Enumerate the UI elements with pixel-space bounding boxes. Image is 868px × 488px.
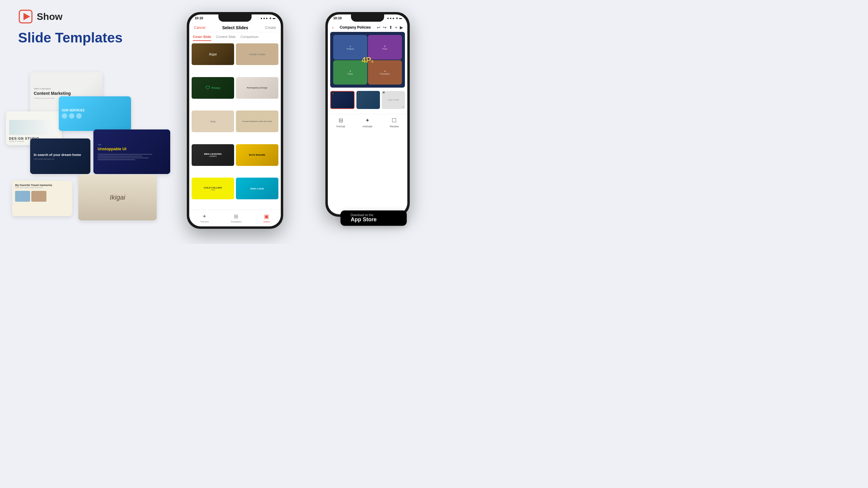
app-store-text: Download on the App Store xyxy=(351,214,377,223)
tool-format-label: Format xyxy=(337,125,345,128)
card-unstoppable-ui[interactable]: The Unstoppable UI xyxy=(93,129,170,174)
thumb-num-2: 2 xyxy=(357,92,360,94)
phone1-bottom-nav: ✦ Themes ⊞ Templates ▣ Slides xyxy=(189,209,281,226)
slide-thumb-participatory[interactable]: Participatory Design xyxy=(236,77,278,99)
signal-icon: ▲▲▲ xyxy=(260,17,268,20)
share-icon[interactable]: ⬆ xyxy=(389,25,393,30)
create-button[interactable]: Create xyxy=(265,26,276,30)
phone-shell-2: 10:10 ▲▲▲ ◈ ▬ ‹ Company Policies ↩ ↪ ⬆ +… xyxy=(326,12,410,217)
card-ikigai-title: Ikigai xyxy=(110,194,125,201)
phone1-slide-grid: Ikigai A study in scarlet 🛡 Privacy Part… xyxy=(192,43,278,209)
cancel-button[interactable]: Cancel xyxy=(194,26,205,30)
nav-slides[interactable]: ▣ Slides xyxy=(263,213,270,223)
slide-arch-label: Study xyxy=(210,121,216,123)
back-button[interactable]: ‹ xyxy=(332,25,334,30)
card-tr-sub: Work hard make money and travel. xyxy=(15,187,69,189)
slide-thumb-art-arch[interactable]: Art and Architecture under the Chaos xyxy=(236,110,278,132)
tab-cover-slide[interactable]: Cover Slide xyxy=(193,35,211,41)
slides-icon: ▣ xyxy=(264,213,269,220)
tool-animate[interactable]: ✦ Animate xyxy=(363,117,372,128)
card-ui-line-2 xyxy=(98,156,142,157)
phone-time-2: 10:10 xyxy=(333,16,342,20)
phone2-toolbar: ⊟ Format ✦ Animate ☐ Review xyxy=(328,114,407,131)
card-dh-title: In search of your dream home xyxy=(34,153,87,157)
signal-icon-2: ▲▲▲ xyxy=(386,17,395,20)
card-our-services[interactable]: OUR SERVICES xyxy=(59,96,131,131)
app-store-button[interactable]: Download on the App Store xyxy=(340,210,407,226)
nav-templates[interactable]: ⊞ Templates xyxy=(230,213,241,223)
logo-text: Show xyxy=(37,11,62,22)
redo-icon[interactable]: ↪ xyxy=(383,25,386,30)
fps-label-3: Place xyxy=(348,73,353,75)
slide-champs-label: CHAMPS xyxy=(209,155,217,157)
travel-photo-2 xyxy=(31,191,46,202)
page-title: Slide Templates xyxy=(18,30,123,45)
tab-content-slide[interactable]: Content Slide xyxy=(216,35,236,41)
slide-thumb-ikigai[interactable]: Ikigai xyxy=(192,43,234,65)
phone1-tabs: Cover Slide Content Slide Comparison xyxy=(189,35,281,41)
status-bar-1: 10:10 ▲▲▲ ◈ ▬ xyxy=(189,16,281,20)
slide-thumb-scaling[interactable]: BLITZ SCALING xyxy=(236,144,278,166)
card-dh-sub: Find homes that suits you xyxy=(34,158,87,160)
card-dream-home[interactable]: In search of your dream home Find homes … xyxy=(30,138,90,174)
fps-label-4: Promotion xyxy=(380,73,390,75)
card-cm-title: Content Marketing xyxy=(34,91,99,96)
phone-time-1: 10:10 xyxy=(195,16,203,20)
add-icon[interactable]: + xyxy=(395,25,397,30)
phone-mockup-center: 10:10 ▲▲▲ ◈ ▬ Cancel Select Slides Creat… xyxy=(187,12,283,229)
fps-num-3: 3 xyxy=(350,70,351,72)
thumb-1[interactable]: 1 xyxy=(330,91,354,109)
thumb-num-1: 1 xyxy=(332,92,334,95)
animate-icon: ✦ xyxy=(365,117,370,124)
card-cm-company: Slider Corporation xyxy=(34,88,99,90)
card-ui-title: Unstoppable UI xyxy=(98,147,166,151)
slide-thumb-study[interactable]: A study in scarlet xyxy=(236,43,278,65)
app-store-line2: App Store xyxy=(351,217,377,223)
card-ui-label: The xyxy=(98,143,166,146)
four-ps-center-text: 4Ps xyxy=(362,55,374,64)
thumb-3[interactable]: 3 CONT ATTEN ✎ xyxy=(382,91,405,109)
slide-art-arch-label: Art and Architecture under the Chaos xyxy=(242,121,272,122)
card-ikigai[interactable]: Ikigai xyxy=(78,174,157,220)
phone2-main-slide[interactable]: 1 Product 2 Price 3 Place 4 Promotion xyxy=(330,32,405,88)
slide-cold-label: COLD CALLING xyxy=(204,186,222,189)
slide-study-label: A study in scarlet xyxy=(249,53,265,55)
travel-photo-1 xyxy=(15,191,30,202)
edit-icon: ✎ xyxy=(403,106,404,108)
phone-shell-1: 10:10 ▲▲▲ ◈ ▬ Cancel Select Slides Creat… xyxy=(187,12,283,229)
card-ui-line-1 xyxy=(98,154,152,155)
fps-num-2: 2 xyxy=(384,45,385,47)
phone-mockup-right: 10:10 ▲▲▲ ◈ ▬ ‹ Company Policies ↩ ↪ ⬆ +… xyxy=(326,12,410,217)
undo-icon[interactable]: ↩ xyxy=(377,25,380,30)
fps-label-2: Price xyxy=(383,48,388,50)
phone2-thumbs-row: 1 2 3 CONT ATTEN ✎ xyxy=(330,91,405,109)
card-travel[interactable]: My Favorite Travel memories Work hard ma… xyxy=(12,181,72,216)
thumb-2[interactable]: 2 xyxy=(356,91,380,109)
slide-thumb-privacy[interactable]: 🛡 Privacy xyxy=(192,77,234,99)
tool-review[interactable]: ☐ Review xyxy=(390,117,399,128)
play-icon xyxy=(18,9,33,24)
play-icon-2[interactable]: ▶ xyxy=(400,25,403,30)
slide-thumb-architecture[interactable]: Study xyxy=(192,110,234,132)
phone-status-icons-1: ▲▲▲ ◈ ▬ xyxy=(260,16,275,20)
nav-themes[interactable]: ✦ Themes xyxy=(200,213,209,223)
slide-thumb-sales[interactable]: Sales Leads xyxy=(236,177,278,199)
wifi-icon: ◈ xyxy=(269,17,272,20)
tool-format[interactable]: ⊟ Format xyxy=(337,117,345,128)
slide-participatory-label: Participatory Design xyxy=(247,87,267,89)
phone-screen-2: 10:10 ▲▲▲ ◈ ▬ ‹ Company Policies ↩ ↪ ⬆ +… xyxy=(328,14,407,214)
themes-icon: ✦ xyxy=(202,213,207,220)
slide-mba-label: MBA LESSONS xyxy=(204,153,221,155)
slide-scaling-label: BLITZ SCALING xyxy=(249,154,265,156)
card-os-title: OUR SERVICES xyxy=(62,109,128,112)
service-dot-3 xyxy=(76,113,82,119)
tool-animate-label: Animate xyxy=(363,125,372,128)
fps-num-4: 4 xyxy=(384,70,385,72)
tab-comparison[interactable]: Comparison xyxy=(241,35,258,41)
service-dot-1 xyxy=(62,113,67,119)
battery-icon: ▬ xyxy=(273,17,275,20)
phone1-title: Select Slides xyxy=(222,25,248,30)
slide-thumb-mba[interactable]: MBA LESSONS CHAMPS xyxy=(192,144,234,166)
status-bar-2: 10:10 ▲▲▲ ◈ ▬ xyxy=(328,16,407,20)
slide-thumb-cold[interactable]: COLD CALLING TIPS xyxy=(192,177,234,199)
